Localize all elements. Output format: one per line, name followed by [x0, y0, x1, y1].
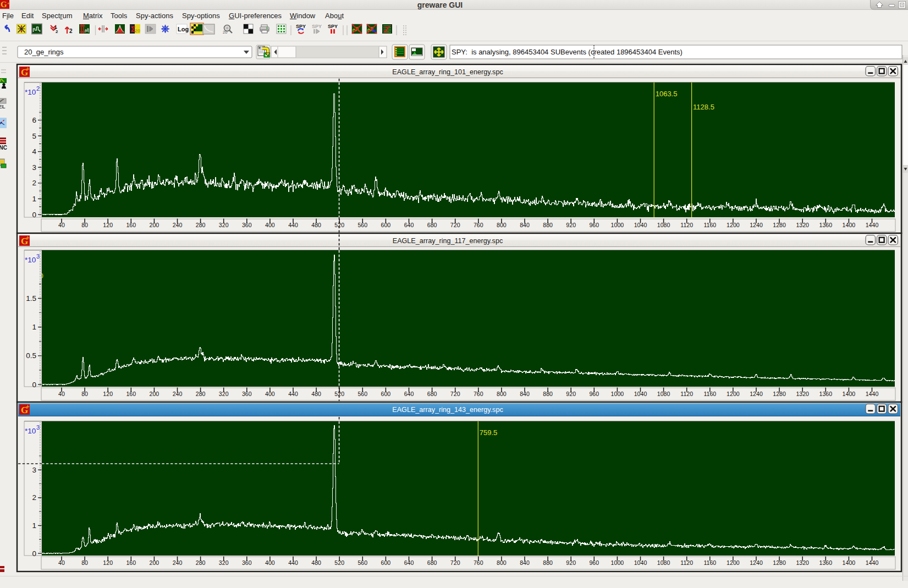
svg-text:560: 560 — [357, 222, 367, 228]
svg-text:1000: 1000 — [611, 391, 624, 397]
svg-text:280: 280 — [196, 391, 206, 397]
svg-text:760: 760 — [474, 559, 483, 566]
svg-text:800: 800 — [497, 222, 507, 228]
svg-text:240: 240 — [173, 391, 183, 397]
svg-text:160: 160 — [126, 559, 136, 566]
svg-text:1240: 1240 — [750, 391, 763, 397]
svg-text:40: 40 — [58, 559, 65, 566]
svg-text:840: 840 — [520, 559, 530, 566]
svg-text:480: 480 — [311, 559, 321, 566]
svg-text:240: 240 — [173, 559, 183, 566]
svg-text:0: 0 — [32, 211, 36, 219]
svg-text:40: 40 — [58, 391, 65, 397]
svg-text:1400: 1400 — [843, 222, 856, 228]
svg-text:1000: 1000 — [611, 222, 624, 228]
svg-text:560: 560 — [357, 559, 367, 566]
svg-text:120: 120 — [103, 559, 113, 566]
svg-text:320: 320 — [219, 222, 229, 228]
svg-text:1280: 1280 — [773, 559, 786, 566]
svg-text:920: 920 — [566, 391, 576, 397]
svg-text:600: 600 — [381, 222, 391, 228]
svg-text:1080: 1080 — [657, 391, 670, 397]
svg-text:80: 80 — [81, 391, 88, 397]
svg-text:840: 840 — [520, 222, 530, 228]
svg-text:960: 960 — [589, 559, 599, 566]
svg-text:600: 600 — [381, 559, 391, 566]
svg-text:1063.5: 1063.5 — [656, 90, 678, 98]
svg-text:840: 840 — [520, 391, 530, 397]
svg-text:+: + — [26, 234, 30, 241]
svg-text:*10: *10 — [25, 256, 36, 264]
svg-text:3: 3 — [36, 424, 40, 431]
svg-text:1360: 1360 — [819, 391, 833, 397]
svg-text:1320: 1320 — [796, 391, 809, 397]
svg-text:EAGLE_array_ring_117_energy.sp: EAGLE_array_ring_117_energy.spc — [393, 237, 503, 245]
svg-text:1440: 1440 — [866, 222, 879, 228]
svg-text:640: 640 — [404, 559, 414, 566]
svg-text:1040: 1040 — [634, 222, 647, 228]
svg-text:1360: 1360 — [819, 559, 833, 566]
svg-text:*10: *10 — [25, 427, 36, 435]
svg-text:3: 3 — [32, 163, 36, 172]
svg-text:720: 720 — [450, 222, 460, 228]
svg-text:1280: 1280 — [773, 222, 786, 228]
svg-text:400: 400 — [265, 391, 275, 397]
svg-text:759.5: 759.5 — [480, 428, 498, 437]
svg-text:240: 240 — [173, 222, 183, 228]
svg-text:760: 760 — [474, 222, 483, 228]
svg-text:640: 640 — [404, 222, 414, 228]
svg-text:720: 720 — [450, 559, 460, 566]
svg-text:280: 280 — [196, 222, 206, 228]
svg-text:880: 880 — [543, 559, 553, 566]
svg-text:200: 200 — [150, 391, 159, 397]
svg-text:680: 680 — [427, 391, 437, 397]
svg-text:1160: 1160 — [703, 391, 716, 397]
svg-text:1120: 1120 — [680, 391, 693, 397]
svg-text:1: 1 — [32, 521, 36, 530]
svg-text:160: 160 — [126, 222, 136, 228]
svg-text:120: 120 — [103, 391, 113, 397]
svg-text:1128.5: 1128.5 — [693, 103, 714, 111]
svg-text:5: 5 — [32, 132, 36, 140]
svg-text:360: 360 — [242, 559, 252, 566]
svg-text:1400: 1400 — [843, 391, 856, 397]
svg-text:1: 1 — [32, 195, 36, 203]
svg-text:EAGLE_array_ring_143_energy.sp: EAGLE_array_ring_143_energy.spc — [392, 406, 503, 414]
svg-text:760: 760 — [474, 391, 483, 397]
svg-text:6: 6 — [32, 116, 36, 124]
svg-text:80: 80 — [81, 222, 88, 228]
svg-text:1320: 1320 — [796, 222, 809, 228]
svg-text:1040: 1040 — [634, 391, 647, 397]
svg-text:360: 360 — [242, 222, 252, 228]
svg-text:680: 680 — [427, 559, 437, 566]
svg-text:0.5: 0.5 — [26, 351, 36, 360]
svg-text:40: 40 — [58, 222, 65, 228]
svg-text:0: 0 — [32, 381, 36, 389]
svg-text:960: 960 — [589, 391, 599, 397]
svg-text:920: 920 — [566, 559, 576, 566]
svg-text:4: 4 — [32, 147, 36, 156]
svg-text:1200: 1200 — [727, 559, 740, 566]
svg-text:1.5: 1.5 — [26, 294, 36, 303]
svg-text:400: 400 — [265, 559, 275, 566]
svg-text:1200: 1200 — [727, 222, 740, 228]
svg-text:160: 160 — [126, 391, 136, 397]
svg-text:1360: 1360 — [819, 222, 833, 228]
svg-text:1120: 1120 — [680, 222, 693, 228]
svg-text:1: 1 — [32, 323, 36, 331]
svg-text:1080: 1080 — [657, 222, 670, 228]
svg-text:480: 480 — [311, 222, 321, 228]
svg-text:1320: 1320 — [796, 559, 809, 566]
svg-text:200: 200 — [150, 559, 159, 566]
svg-text:2: 2 — [36, 85, 40, 92]
svg-text:1000: 1000 — [611, 559, 624, 566]
svg-text:1160: 1160 — [703, 559, 716, 566]
svg-text:440: 440 — [288, 559, 298, 566]
svg-text:800: 800 — [497, 559, 507, 566]
svg-text:1280: 1280 — [773, 391, 786, 397]
svg-text:0: 0 — [32, 549, 36, 558]
svg-text:2: 2 — [32, 179, 36, 187]
svg-text:800: 800 — [497, 391, 507, 397]
svg-text:1200: 1200 — [727, 391, 740, 397]
svg-text:320: 320 — [219, 391, 229, 397]
